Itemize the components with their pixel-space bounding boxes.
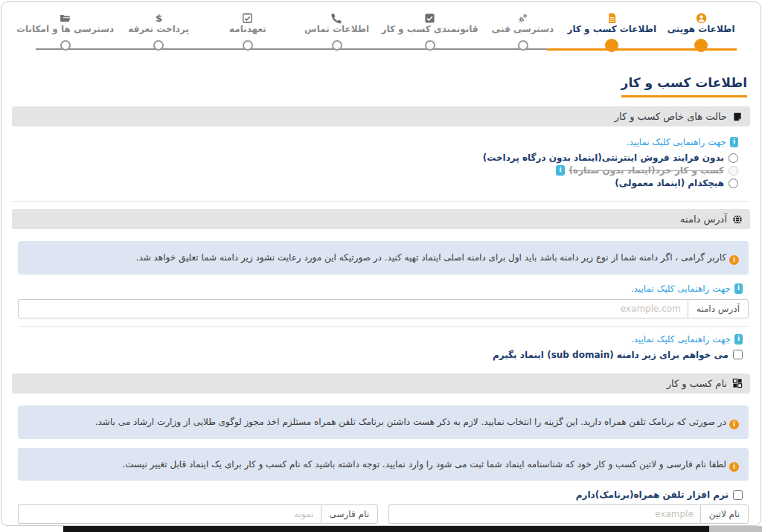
info-circle-icon: i	[729, 420, 739, 429]
mobile-app-checkbox[interactable]	[733, 490, 743, 500]
folder-icon	[60, 11, 71, 24]
wizard-window: اطلاعات هویتی اطلاعات کسب و کار دسترسی ف…	[1, 1, 761, 526]
info-badge-icon: i	[734, 283, 743, 294]
note-icon	[732, 112, 743, 122]
radio-input[interactable]	[729, 166, 738, 176]
info-circle-icon: i	[729, 255, 739, 265]
domain-help-link-2[interactable]: i جهت راهنمایی کلیک نمایید.	[18, 334, 743, 344]
persian-name-group: نام فارسی	[18, 504, 378, 524]
persian-name-label: نام فارسی	[321, 504, 378, 524]
domain-input[interactable]	[18, 299, 688, 318]
step-dot[interactable]	[694, 39, 708, 52]
globe-icon	[732, 214, 743, 225]
step-label: اطلاعات کسب و کار	[568, 24, 657, 37]
agreement-icon	[242, 11, 253, 24]
latin-name-label: نام لاتین	[700, 504, 749, 524]
step-label: پرداخت تعرفه	[128, 24, 189, 37]
step-contact-info[interactable]: اطلاعات تماس	[292, 11, 382, 57]
step-identity-info[interactable]: اطلاعات هویتی	[656, 11, 746, 57]
info-badge-icon: i	[734, 334, 743, 344]
step-label: تعهدنامه	[229, 24, 266, 37]
info-circle-icon: i	[729, 462, 739, 472]
radio-micro-business[interactable]: کسب و کار خرد(اینماد بدون ستاره) i	[18, 165, 738, 176]
stepper-connector-progress	[547, 48, 737, 51]
section-title: حالت های خاص کسب و کار	[615, 111, 727, 122]
latin-name-group: نام لاتین	[388, 504, 749, 524]
section-header-special-modes: حالت های خاص کسب و کار	[12, 106, 750, 126]
divider	[18, 326, 749, 327]
step-accesses-features[interactable]: دسترسی ها و امکانات	[16, 11, 114, 57]
business-name-alert: iلطفا نام فارسی و لاتین کسب و کار خود که…	[18, 448, 749, 481]
step-technical-access[interactable]: دسترسی فنی	[478, 11, 568, 57]
screen-bottom-bar-right	[709, 526, 762, 532]
subdomain-checkbox-row[interactable]: می خواهم برای زیر دامنه (sub domain) این…	[18, 350, 743, 360]
divider	[12, 201, 750, 202]
mobile-app-checkbox-row[interactable]: نرم افزار تلفن همراه(برنامک)دارم	[18, 490, 743, 500]
radio-input[interactable]	[729, 179, 738, 188]
persian-name-input[interactable]	[18, 504, 321, 524]
page-title: اطلاعات کسب و کار	[621, 75, 747, 97]
wizard-stepper: اطلاعات هویتی اطلاعات کسب و کار دسترسی ف…	[16, 11, 746, 57]
info-badge-icon: i	[730, 137, 738, 147]
section-title: آدرس دامنه	[680, 214, 727, 225]
radio-input[interactable]	[729, 153, 738, 163]
step-label: قانونمندی کسب و کار	[382, 24, 478, 37]
step-dot[interactable]	[153, 40, 164, 51]
step-dot[interactable]	[518, 40, 528, 51]
radio-no-online-sales[interactable]: بدون فرایند فروش اینترنتی(اینماد بدون در…	[18, 153, 738, 163]
step-label: اطلاعات تماس	[304, 24, 369, 37]
step-dot[interactable]	[243, 40, 253, 51]
radio-none-regular[interactable]: هیچکدام (اینماد معمولی)	[18, 178, 738, 188]
latin-name-input[interactable]	[388, 504, 700, 524]
phone-icon	[331, 11, 342, 24]
step-dot[interactable]	[60, 40, 71, 51]
step-business-legality[interactable]: قانونمندی کسب و کار	[382, 11, 478, 57]
section-header-business-name: نام کسب و کار	[12, 374, 750, 394]
step-dot[interactable]	[605, 39, 618, 52]
section-title: نام کسب و کار	[667, 378, 727, 389]
domain-input-group: آدرس دامنه	[18, 299, 749, 318]
gears-icon	[517, 11, 528, 24]
special-modes-help-link[interactable]: i جهت راهنمایی کلیک نمایید.	[18, 137, 738, 147]
business-file-icon	[606, 11, 618, 24]
step-label: دسترسی فنی	[492, 24, 554, 37]
info-badge-icon[interactable]: i	[556, 165, 564, 176]
step-dot[interactable]	[332, 40, 342, 51]
step-commitment-letter[interactable]: تعهدنامه	[203, 11, 292, 57]
step-tariff-payment[interactable]: $ پرداخت تعرفه	[114, 11, 203, 57]
dollar-icon: $	[153, 11, 164, 24]
screen-bottom-bar	[63, 526, 709, 532]
grid-icon	[732, 378, 743, 388]
user-circle-icon	[696, 11, 707, 24]
domain-input-label: آدرس دامنه	[688, 299, 749, 318]
subdomain-checkbox[interactable]	[733, 350, 743, 359]
step-label: دسترسی ها و امکانات	[16, 24, 114, 37]
domain-help-link-1[interactable]: i جهت راهنمایی کلیک نمایید.	[18, 283, 743, 294]
check-square-icon	[424, 11, 435, 24]
step-dot[interactable]	[425, 40, 435, 51]
domain-alert: iکاربر گرامی ، اگر دامنه شما از نوع زیر …	[18, 241, 749, 275]
section-header-domain: آدرس دامنه	[12, 209, 750, 229]
svg-text:$: $	[156, 13, 162, 24]
step-business-info[interactable]: اطلاعات کسب و کار	[567, 11, 656, 57]
mobile-app-alert: iدر صورتی که برنامک تلفن همراه دارید. ای…	[18, 406, 749, 439]
step-label: اطلاعات هویتی	[667, 24, 735, 37]
